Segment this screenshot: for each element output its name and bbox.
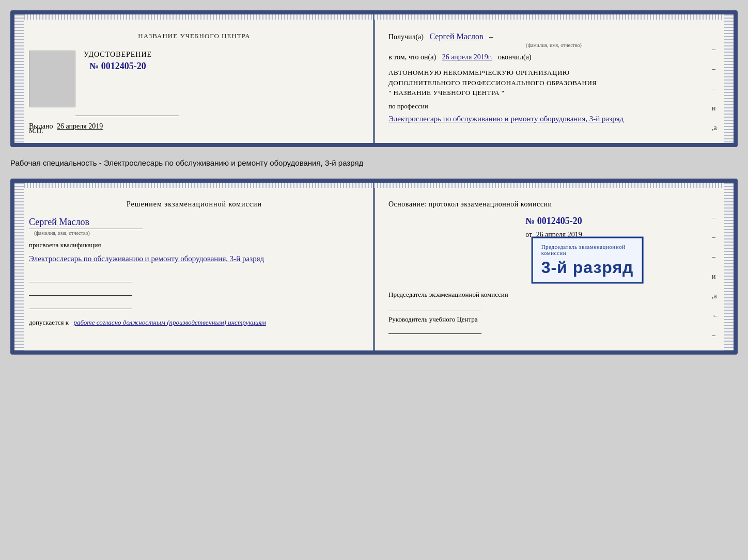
sig-line-1 [29, 273, 132, 282]
director-sign-line [388, 324, 481, 334]
mp-label: М.П. [29, 126, 43, 135]
right-dashes-1: – – – и ,а ← – – [712, 45, 719, 147]
qualification-value: Электрослесарь по обслуживанию и ремонту… [29, 252, 360, 266]
decision-title: Решением экзаменационной комиссии [29, 200, 360, 209]
protocol-number: № 0012405-20 [388, 216, 719, 227]
director-block: Руководитель учебного Центра [388, 315, 719, 334]
received-prefix: Получил(а) Сергей Маслов – [388, 33, 493, 41]
sig-line-3 [29, 300, 132, 309]
stamp: Председатель экзаменационной комиссии 3-… [532, 236, 644, 283]
basis-title: Основание: протокол экзаменационной коми… [388, 200, 719, 209]
photo-placeholder [29, 51, 75, 107]
chairman-block: Председатель экзаменационной комиссии [388, 291, 719, 311]
left-center-title: НАЗВАНИЕ УЧЕБНОГО ЦЕНТРА [29, 32, 360, 40]
first-card-left: НАЗВАНИЕ УЧЕБНОГО ЦЕНТРА УДОСТОВЕРЕНИЕ №… [14, 14, 374, 143]
second-card-right: Основание: протокол экзаменационной коми… [374, 183, 734, 350]
org-text: АВТОНОМНУЮ НЕКОММЕРЧЕСКУЮ ОРГАНИЗАЦИЮ ДО… [388, 68, 719, 98]
fio-label-1: (фамилия, имя, отчество) [388, 42, 719, 48]
second-document-card: Решением экзаменационной комиссии Сергей… [10, 179, 738, 355]
issued-date: 26 апреля 2019 [57, 122, 103, 130]
stamp-big-text: 3-й разряд [541, 258, 634, 277]
chairman-sign-line [388, 301, 481, 311]
chairman-label: Председатель экзаменационной комиссии [388, 291, 719, 299]
page-wrapper: НАЗВАНИЕ УЧЕБНОГО ЦЕНТРА УДОСТОВЕРЕНИЕ №… [10, 10, 738, 355]
caption-text: Рабочая специальность - Электрослесарь п… [10, 156, 738, 169]
first-document-card: НАЗВАНИЕ УЧЕБНОГО ЦЕНТРА УДОСТОВЕРЕНИЕ №… [10, 10, 738, 147]
name-underline [29, 229, 143, 229]
received-block: Получил(а) Сергей Маслов – (фамилия, имя… [388, 32, 719, 48]
stamp-line2: комиссии [541, 249, 634, 255]
cert-number: № 0012405-20 [84, 61, 152, 72]
stamp-line1: Председатель экзаменационной [541, 243, 634, 249]
sig-line-2 [29, 286, 132, 296]
profession-label: по профессии [388, 102, 719, 110]
cert-info: УДОСТОВЕРЕНИЕ № 0012405-20 [84, 51, 152, 82]
issued-line: Выдано 26 апреля 2019 [29, 122, 360, 131]
recipient-name: Сергей Маслов [429, 32, 483, 41]
date-value: 26 апреля 2019г. [442, 53, 492, 61]
recipient-name-2: Сергей Маслов [29, 217, 360, 228]
director-label: Руководитель учебного Центра [388, 315, 719, 324]
fio-label-2: (фамилия, имя, отчество) [34, 230, 360, 236]
signature-lines [29, 273, 360, 309]
cert-label: УДОСТОВЕРЕНИЕ [84, 51, 152, 59]
right-dashes-2: – – – и ,а ← – – [712, 214, 719, 355]
profession-value: Электрослесарь по обслуживанию и ремонту… [388, 113, 719, 125]
date-block: в том, что он(а) 26 апреля 2019г. окончи… [388, 53, 719, 61]
first-card-right: Получил(а) Сергей Маслов – (фамилия, имя… [374, 14, 734, 143]
second-card-left: Решением экзаменационной комиссии Сергей… [14, 183, 374, 350]
admission-value: работе согласно должностным (производств… [73, 318, 266, 326]
qualification-label: присвоена квалификация [29, 241, 360, 249]
admission-text: допускается к работе согласно должностны… [29, 317, 360, 328]
